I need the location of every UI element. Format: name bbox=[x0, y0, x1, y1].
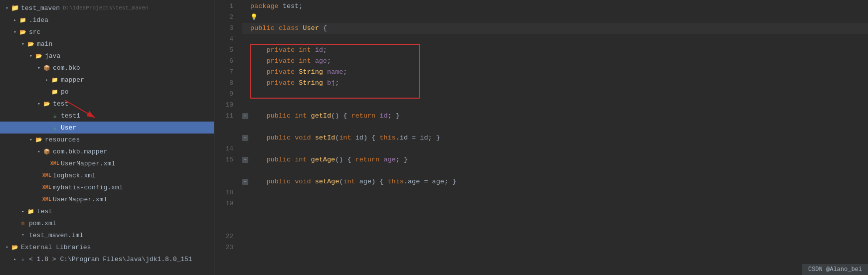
sidebar-item-test-src[interactable]: 📁 test bbox=[0, 205, 214, 217]
sidebar-item-user[interactable]: ☕ User bbox=[0, 122, 214, 134]
tree-arrow bbox=[4, 244, 10, 250]
sidebar-item-mybatis[interactable]: XML mybatis-config.xml bbox=[0, 181, 214, 193]
tree-label: com.bkb.mapper bbox=[53, 148, 107, 155]
code-line-14 bbox=[242, 122, 868, 133]
tree-label: test_maven.iml bbox=[29, 232, 83, 239]
xml-icon: XML bbox=[43, 171, 51, 179]
tree-path: D:\IdeaProjects\test_maven bbox=[63, 5, 149, 11]
code-line-19: − public int getAge () { return age ; } bbox=[242, 154, 868, 165]
tree-label: logback.xml bbox=[53, 172, 96, 179]
sidebar-item-src[interactable]: 📂 src bbox=[0, 26, 214, 38]
tree-root[interactable]: 📁 test_maven D:\IdeaProjects\test_maven bbox=[0, 2, 214, 14]
fold-icon[interactable]: − bbox=[242, 157, 248, 163]
tree-arrow bbox=[12, 256, 18, 262]
sidebar-item-jdk[interactable]: ☕ < 1.8 > C:\Program Files\Java\jdk1.8.0… bbox=[0, 253, 214, 265]
line-numbers-gutter: 1 2 3 4 5 6 7 8 9 10 11 12 13 14 15 16 1… bbox=[214, 0, 238, 275]
tree-arrow bbox=[20, 208, 26, 214]
tree-arrow bbox=[28, 137, 34, 142]
code-line-26 bbox=[242, 187, 868, 198]
sidebar-item-usermapper-xml-2[interactable]: XML UserMapper.xml bbox=[0, 193, 214, 205]
sidebar-item-po[interactable]: 📁 po bbox=[0, 86, 214, 98]
fold-icon[interactable]: − bbox=[242, 179, 248, 185]
tree-label: main bbox=[37, 40, 52, 48]
tree-label: mapper bbox=[61, 76, 84, 84]
code-line-5: private int id ; bbox=[242, 45, 868, 56]
folder-icon: 📂 bbox=[35, 136, 43, 143]
tree-arrow bbox=[28, 53, 34, 59]
sidebar-item-resources[interactable]: 📂 resources bbox=[0, 134, 214, 145]
folder-icon: 📂 bbox=[35, 52, 43, 60]
code-line-22 bbox=[242, 165, 868, 176]
code-line-3: public class User { bbox=[242, 23, 868, 34]
tree-label: < 1.8 > C:\Program Files\Java\jdk1.8.0_1… bbox=[29, 256, 192, 263]
sidebar-item-logback[interactable]: XML logback.xml bbox=[0, 169, 214, 181]
tree-label: java bbox=[45, 52, 60, 60]
code-line-6: private int age ; bbox=[242, 56, 868, 67]
tree-label: External Libraries bbox=[21, 244, 91, 251]
code-line-10 bbox=[242, 100, 868, 111]
java-class-icon: ☕ bbox=[51, 124, 59, 132]
code-editor: 1 2 3 4 5 6 7 8 9 10 11 12 13 14 15 16 1… bbox=[214, 0, 868, 275]
code-line-15: − public void setId ( int id) { this .id… bbox=[242, 133, 868, 143]
tree-label: .idea bbox=[29, 16, 48, 24]
package-icon: 📦 bbox=[43, 147, 51, 155]
tree-label: test1 bbox=[61, 112, 80, 120]
xml-icon: XML bbox=[43, 195, 51, 203]
tree-arrow bbox=[12, 29, 18, 35]
tree-label: src bbox=[29, 28, 40, 36]
folder-icon: 📂 bbox=[19, 28, 27, 36]
fold-icon[interactable]: − bbox=[242, 135, 248, 141]
java-class-icon: ☕ bbox=[51, 112, 59, 120]
sidebar-item-test1[interactable]: ☕ test1 bbox=[0, 110, 214, 122]
tree-label: test bbox=[37, 208, 52, 215]
tree-arrow bbox=[36, 148, 42, 154]
code-line-7: private String name ; bbox=[242, 67, 868, 78]
code-line-2: 💡 bbox=[242, 12, 868, 23]
tree-label: test_maven bbox=[21, 4, 60, 12]
code-content[interactable]: package test; 💡 public class User { bbox=[238, 0, 868, 275]
bulb-icon: 💡 bbox=[250, 12, 258, 23]
code-line-18 bbox=[242, 143, 868, 154]
sidebar-item-main[interactable]: 📂 main bbox=[0, 38, 214, 50]
tree-label: com.bkb bbox=[53, 64, 80, 72]
tree-arrow bbox=[44, 77, 50, 83]
file-tree-sidebar: 📁 test_maven D:\IdeaProjects\test_maven … bbox=[0, 0, 214, 275]
sidebar-item-external-libs[interactable]: 📂 External Libraries bbox=[0, 241, 214, 253]
tree-arrow bbox=[12, 17, 18, 23]
folder-icon: 📂 bbox=[11, 243, 19, 251]
folder-icon: 📁 bbox=[19, 16, 27, 24]
jdk-icon: ☕ bbox=[19, 255, 27, 263]
folder-icon: 📂 bbox=[27, 40, 35, 48]
sidebar-item-mapper[interactable]: 📁 mapper bbox=[0, 74, 214, 86]
sidebar-item-pom[interactable]: m pom.xml bbox=[0, 217, 214, 229]
package-icon: 📦 bbox=[43, 64, 51, 72]
code-line-4 bbox=[242, 34, 868, 45]
sidebar-item-iml[interactable]: ▪ test_maven.iml bbox=[0, 229, 214, 241]
tree-label: mybatis-config.xml bbox=[53, 184, 123, 191]
code-line-8: private String bj ; bbox=[242, 78, 868, 89]
xml-icon: XML bbox=[43, 183, 51, 191]
tree-label: UserMapper.xml bbox=[61, 160, 115, 167]
iml-icon: ▪ bbox=[19, 231, 27, 239]
tree-label: pom.xml bbox=[29, 220, 56, 227]
tree-arrow bbox=[36, 65, 42, 71]
fold-icon[interactable]: − bbox=[242, 113, 248, 119]
bottom-bar-label: CSDN @Alano_bei bbox=[808, 264, 862, 275]
code-line-11: − public int getId () { return id ; } bbox=[242, 111, 868, 122]
sidebar-item-idea[interactable]: 📁 .idea bbox=[0, 14, 214, 26]
xml-icon: m bbox=[19, 219, 27, 227]
folder-icon: 📂 bbox=[43, 100, 51, 108]
tree-label: test bbox=[53, 100, 68, 108]
tree-label: resources bbox=[45, 136, 80, 143]
tree-label: UserMapper.xml bbox=[53, 196, 107, 203]
sidebar-item-usermapper-xml-1[interactable]: XML UserMapper.xml bbox=[0, 157, 214, 169]
sidebar-item-java[interactable]: 📂 java bbox=[0, 50, 214, 62]
sidebar-item-com-bkb-mapper[interactable]: 📦 com.bkb.mapper bbox=[0, 145, 214, 157]
tree-label: User bbox=[61, 124, 76, 132]
sidebar-item-test-java[interactable]: 📂 test bbox=[0, 98, 214, 110]
code-line-9 bbox=[242, 89, 868, 100]
folder-icon: 📁 bbox=[11, 4, 19, 12]
tree-label: po bbox=[61, 88, 69, 96]
sidebar-item-com-bkb[interactable]: 📦 com.bkb bbox=[0, 62, 214, 74]
folder-icon: 📁 bbox=[51, 88, 59, 96]
